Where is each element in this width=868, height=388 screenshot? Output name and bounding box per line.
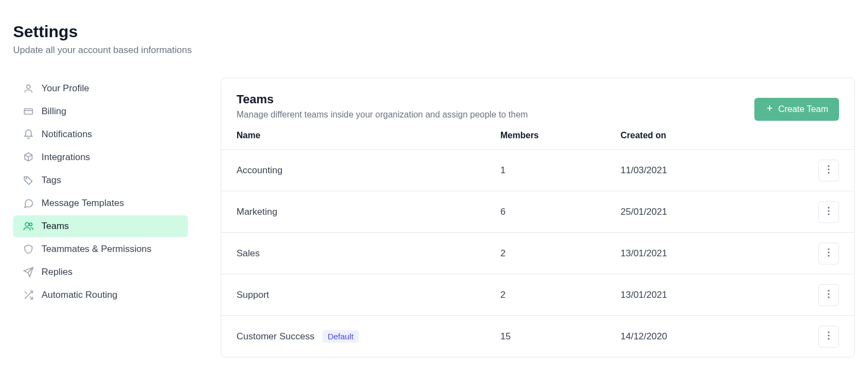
- svg-point-4: [25, 222, 29, 226]
- more-vertical-icon: [828, 290, 830, 300]
- sidebar-item-label: Billing: [42, 106, 66, 117]
- create-team-button[interactable]: Create Team: [754, 98, 839, 121]
- svg-point-11: [828, 207, 829, 208]
- sidebar-item-label: Teammates & Permissions: [42, 244, 151, 255]
- more-vertical-icon: [828, 248, 830, 258]
- chat-icon: [23, 198, 34, 209]
- sidebar-item-label: Your Profile: [42, 83, 89, 94]
- svg-point-5: [29, 223, 32, 226]
- panel-subtitle: Manage different teams inside your organ…: [237, 110, 528, 120]
- sidebar-item-label: Teams: [42, 221, 69, 232]
- sidebar-item-label: Message Templates: [42, 198, 124, 209]
- sidebar-item-label: Notifications: [42, 129, 92, 140]
- user-icon: [23, 83, 34, 94]
- sidebar-item-label: Tags: [42, 175, 61, 186]
- table-row: Marketing 6 25/01/2021: [221, 191, 854, 232]
- sidebar-item-label: Replies: [42, 267, 73, 278]
- team-created: 11/03/2021: [621, 165, 795, 176]
- team-members: 2: [500, 290, 621, 301]
- more-vertical-icon: [828, 165, 830, 175]
- sidebar-item-notifications[interactable]: Notifications: [13, 124, 188, 145]
- sidebar-item-integrations[interactable]: Integrations: [13, 146, 188, 168]
- teams-panel: Teams Manage different teams inside your…: [221, 78, 855, 357]
- team-name-cell: Sales: [237, 248, 500, 259]
- sidebar-item-teams[interactable]: Teams: [13, 215, 188, 237]
- table-row: Customer Success Default 15 14/12/2020: [221, 315, 854, 357]
- svg-point-13: [828, 213, 829, 215]
- row-more-button[interactable]: [818, 243, 839, 264]
- svg-point-21: [828, 334, 829, 336]
- settings-sidebar: Your Profile Billing Notifications Integ…: [13, 78, 188, 357]
- svg-point-0: [27, 85, 31, 89]
- sidebar-item-replies[interactable]: Replies: [13, 261, 188, 283]
- svg-point-16: [828, 255, 829, 256]
- default-badge: Default: [322, 330, 359, 343]
- team-created: 25/01/2021: [621, 207, 795, 217]
- team-name: Sales: [237, 248, 260, 259]
- svg-point-8: [828, 165, 829, 167]
- team-name-cell: Support: [237, 290, 500, 301]
- more-vertical-icon: [828, 207, 830, 217]
- team-name-cell: Marketing: [237, 207, 500, 217]
- plus-icon: [765, 104, 774, 115]
- table-row: Support 2 13/01/2021: [221, 274, 854, 315]
- sidebar-item-message-templates[interactable]: Message Templates: [13, 192, 188, 214]
- team-name: Support: [237, 290, 269, 301]
- more-vertical-icon: [828, 331, 830, 342]
- svg-point-18: [828, 293, 829, 295]
- svg-point-9: [828, 168, 829, 170]
- teams-table: Name Members Created on Accounting 1 11/…: [221, 131, 854, 357]
- sidebar-item-teammates-permissions[interactable]: Teammates & Permissions: [13, 238, 188, 260]
- team-name-cell: Customer Success Default: [237, 330, 500, 343]
- create-team-label: Create Team: [778, 104, 828, 114]
- svg-point-14: [828, 248, 829, 250]
- sidebar-item-automatic-routing[interactable]: Automatic Routing: [13, 284, 188, 306]
- page-header: Settings Update all your account based i…: [13, 22, 855, 56]
- row-more-button[interactable]: [818, 160, 839, 181]
- team-name-cell: Accounting: [237, 165, 500, 176]
- svg-point-3: [26, 178, 27, 179]
- tag-icon: [23, 175, 34, 186]
- panel-header: Teams Manage different teams inside your…: [221, 78, 854, 131]
- row-more-button[interactable]: [818, 201, 839, 223]
- team-members: 15: [500, 331, 621, 342]
- team-name: Marketing: [237, 207, 277, 217]
- sidebar-item-label: Integrations: [42, 152, 90, 163]
- team-created: 14/12/2020: [621, 331, 795, 342]
- shuffle-icon: [23, 290, 34, 301]
- table-row: Accounting 1 11/03/2021: [221, 149, 854, 191]
- row-more-button[interactable]: [818, 284, 839, 306]
- panel-heading-block: Teams Manage different teams inside your…: [237, 92, 528, 120]
- row-more-button[interactable]: [818, 326, 839, 348]
- svg-point-12: [828, 210, 829, 211]
- shield-icon: [23, 244, 34, 255]
- sidebar-item-label: Automatic Routing: [42, 290, 117, 301]
- team-created: 13/01/2021: [621, 248, 795, 259]
- users-icon: [23, 221, 34, 232]
- team-name: Accounting: [237, 165, 282, 176]
- svg-rect-1: [25, 109, 33, 114]
- panel-title: Teams: [237, 92, 528, 107]
- team-members: 2: [500, 248, 621, 259]
- page-subtitle: Update all your account based informatio…: [13, 45, 855, 56]
- sidebar-item-tags[interactable]: Tags: [13, 169, 188, 191]
- col-name: Name: [237, 131, 500, 140]
- svg-point-15: [828, 251, 829, 253]
- svg-point-20: [828, 331, 829, 333]
- cube-icon: [23, 152, 34, 163]
- bell-icon: [23, 129, 34, 140]
- col-created: Created on: [621, 131, 795, 140]
- card-icon: [23, 106, 34, 117]
- table-header: Name Members Created on: [221, 131, 854, 149]
- svg-point-22: [828, 338, 829, 339]
- svg-point-17: [828, 290, 829, 291]
- team-name: Customer Success: [237, 331, 315, 342]
- team-members: 6: [500, 207, 621, 217]
- col-members: Members: [500, 131, 621, 140]
- sidebar-item-billing[interactable]: Billing: [13, 101, 188, 122]
- team-created: 13/01/2021: [621, 290, 795, 301]
- team-members: 1: [500, 165, 621, 176]
- page-title: Settings: [13, 22, 855, 42]
- svg-point-10: [828, 172, 829, 173]
- sidebar-item-your-profile[interactable]: Your Profile: [13, 78, 188, 99]
